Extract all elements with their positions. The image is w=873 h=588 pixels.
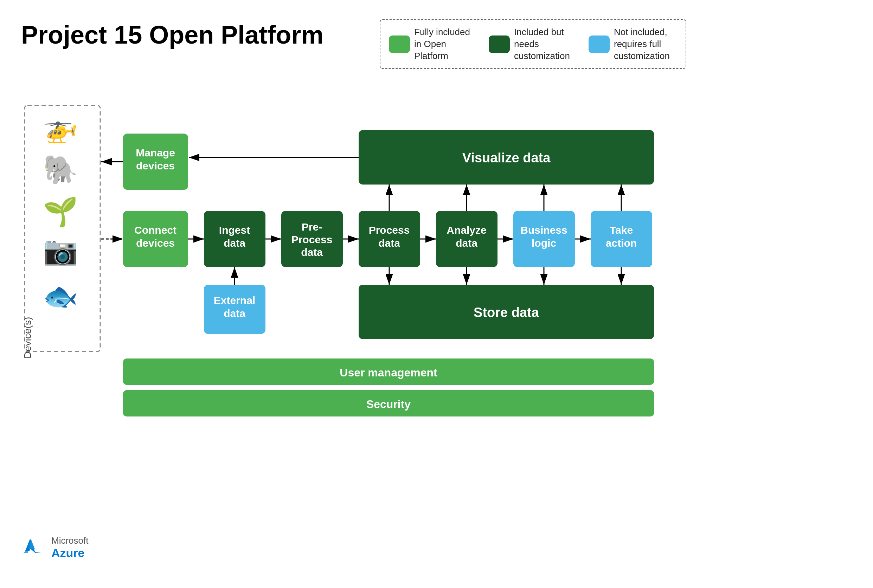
svg-text:logic: logic (532, 237, 556, 249)
svg-text:data: data (224, 237, 245, 249)
svg-text:Visualize data: Visualize data (462, 150, 551, 165)
legend-box-blue (589, 36, 610, 53)
page-title: Project 15 Open Platform (21, 21, 323, 49)
svg-text:devices: devices (136, 237, 175, 249)
svg-text:Analyze: Analyze (446, 224, 486, 236)
diagram-svg: Device(s) 🚁 🐘 🌱 📷 🐟 Manage devices Conne… (21, 81, 851, 450)
svg-text:External: External (214, 294, 255, 306)
azure-text-block: Microsoft Azure (51, 535, 88, 560)
legend-box-green-dark (489, 36, 510, 53)
legend-item-green-light: Fully included in Open Platform (389, 26, 478, 62)
azure-logo-icon (21, 537, 46, 558)
legend-label-green-light: Fully included in Open Platform (414, 26, 478, 62)
legend-label-green-dark: Included but needs customization (514, 26, 577, 62)
svg-text:devices: devices (136, 160, 175, 171)
svg-text:Process: Process (369, 224, 410, 236)
svg-text:Device(s): Device(s) (22, 317, 33, 358)
svg-text:data: data (224, 308, 245, 319)
svg-text:🐟: 🐟 (43, 279, 78, 313)
svg-text:Business: Business (520, 224, 567, 236)
svg-text:data: data (456, 237, 478, 249)
svg-text:Ingest: Ingest (219, 224, 250, 236)
svg-text:Store data: Store data (473, 305, 539, 320)
svg-text:Pre-: Pre- (302, 221, 322, 232)
legend: Fully included in Open Platform Included… (380, 20, 686, 69)
microsoft-azure-footer: Microsoft Azure (21, 535, 88, 560)
legend-box-green-light (389, 36, 410, 53)
svg-text:Process: Process (292, 234, 333, 245)
svg-text:Connect: Connect (134, 224, 176, 236)
svg-text:data: data (378, 237, 400, 249)
svg-text:🐘: 🐘 (43, 153, 78, 186)
microsoft-label: Microsoft (51, 535, 88, 546)
legend-item-green-dark: Included but needs customization (489, 26, 577, 62)
svg-text:data: data (301, 246, 323, 258)
legend-label-blue: Not included, requires full customizatio… (614, 26, 677, 62)
svg-text:Take: Take (610, 224, 633, 236)
azure-label: Azure (51, 546, 88, 560)
svg-text:User management: User management (340, 366, 437, 379)
svg-text:Manage: Manage (136, 147, 175, 159)
legend-item-blue: Not included, requires full customizatio… (589, 26, 677, 62)
svg-text:action: action (606, 237, 637, 249)
svg-text:🚁: 🚁 (43, 111, 78, 144)
svg-text:📷: 📷 (43, 234, 78, 267)
svg-text:Security: Security (367, 398, 411, 411)
svg-text:🌱: 🌱 (43, 195, 78, 228)
